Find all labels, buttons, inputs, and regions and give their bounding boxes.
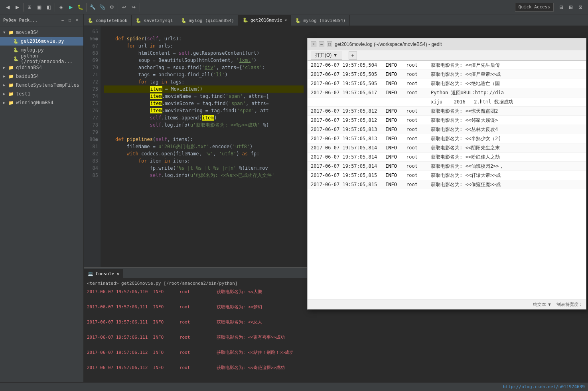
log-user: root	[406, 171, 426, 179]
toolbar-btn-5[interactable]: ◧	[44, 3, 53, 12]
tree-item-python[interactable]: 🐍 python (/root/anaconda...	[0, 54, 83, 63]
tab-label: completeBook	[96, 18, 127, 23]
line-numbers: 65 66● 67 68 69 70 71 72 73 74 75 76 77 …	[84, 26, 101, 267]
code-content[interactable]: def spider(self, urls): for url in urls:…	[101, 26, 307, 267]
log-row-7: 2017-06-07 19:57:05,812 INFO root 获取电影名为…	[308, 116, 586, 125]
log-level: INFO	[385, 107, 401, 115]
tab-get2016movie[interactable]: 🐍 get2016movie ×	[239, 15, 292, 26]
console-content[interactable]: <terminated> get2016movie.py [/root/anac…	[84, 278, 307, 391]
code-pane: 65 66● 67 68 69 70 71 72 73 74 75 76 77 …	[84, 26, 307, 391]
log-maximize-btn[interactable]: □	[327, 42, 332, 47]
code-line-79	[104, 129, 304, 136]
toolbar-btn-1[interactable]: ◀	[3, 3, 12, 12]
toolbar-group-6: ⊟ ⊞ ⊠	[555, 3, 586, 12]
log-level: INFO	[385, 135, 401, 143]
tab-completebook[interactable]: 🐍 completeBook	[84, 15, 132, 26]
code-line-73: item = MovieItem()	[104, 85, 304, 93]
log-user: root	[406, 107, 426, 115]
log-row-14: 2017-06-07 19:57:05,815 INFO root 获取电影名为…	[308, 180, 586, 189]
log-user: root	[406, 89, 426, 97]
tab-savet2mysql[interactable]: 🐍 savet2mysql	[132, 15, 177, 26]
log-close-btn[interactable]: ×	[311, 42, 316, 47]
log-msg: 获取电影名为: <<僵尸皇帝>>成	[431, 70, 583, 78]
toolbar-btn-10[interactable]: ↩	[120, 3, 128, 12]
log-msg: 获取电影名为: <<阴阳先生之末	[431, 144, 583, 152]
log-row-3: 2017-06-07 19:57:05,505 INFO root 获取电影名为…	[308, 79, 586, 88]
console-line-6	[87, 326, 304, 333]
console-tab[interactable]: 💻 Console ×	[84, 269, 123, 278]
toolbar-btn-4[interactable]: ▣	[35, 3, 43, 12]
sidebar-maximize-btn[interactable]: □	[67, 17, 73, 24]
code-line-82: with codecs.open(fileName, 'w', 'utf8') …	[104, 150, 304, 157]
tab-icon: 🐍	[181, 18, 187, 23]
console-line-3: 2017-06-07 19:57:06,111 INFO root 获取电影名为…	[87, 303, 304, 311]
log-msg: 获取电影名为: <<绝地逃亡（国	[431, 79, 583, 87]
code-editor[interactable]: 65 66● 67 68 69 70 71 72 73 74 75 76 77 …	[84, 26, 307, 267]
toolbar-btn-2[interactable]: ▶	[13, 3, 22, 12]
tree-item-winning[interactable]: ▶ 📁 winningNumBS4	[0, 98, 83, 107]
code-line-66: def spider(self, urls):	[104, 35, 304, 42]
sidebar-close-btn[interactable]: ×	[74, 17, 80, 24]
log-msg: 获取电影名为: <<半熟少女（2(	[431, 135, 583, 143]
log-row-9: 2017-06-07 19:57:05,813 INFO root 获取电影名为…	[308, 134, 586, 143]
toolbar-btn-7[interactable]: 🔧	[88, 3, 97, 12]
toolbar-btn-12[interactable]: ⊟	[557, 3, 566, 12]
toolbar-btn-9[interactable]: ⚙	[107, 3, 116, 12]
code-line-81: fileName = u'2016热门电影.txt'.encode('utf8'…	[104, 143, 304, 150]
tree-item-label: winningNumBS4	[16, 100, 53, 105]
toolbar-group-3: ◈ ▶ 🐛	[55, 3, 87, 12]
log-open-btn[interactable]: 打开(O) ▼	[311, 51, 342, 60]
log-level: INFO	[385, 162, 401, 170]
log-timestamp: 2017-06-07 19:57:05,814	[311, 162, 381, 170]
tree-item-remote[interactable]: ▶ 📁 RemoteSystemsTempFiles	[0, 81, 83, 89]
tree-item-test1[interactable]: ▶ 📁 test1	[0, 89, 83, 98]
tab-close-btn[interactable]: ×	[284, 18, 287, 22]
code-line-74: item.movieName = tag.find('span', attrs=…	[104, 93, 304, 100]
tree-item-label: baiduBS4	[16, 73, 39, 79]
sidebar-tree: ▼ 📁 movieBS4 🐍 get2016movie.py 🐍 mylog.p…	[0, 26, 83, 391]
toolbar-btn-13[interactable]: ⊞	[566, 3, 575, 12]
console-line-10	[87, 356, 304, 364]
log-timestamp: 2017-06-07 19:57:05,813	[311, 135, 381, 143]
tree-item-baiduBS4[interactable]: ▶ 📁 baiduBS4	[0, 72, 83, 81]
log-new-tab-btn[interactable]: +	[349, 52, 357, 60]
run-btn[interactable]: ▶	[66, 3, 75, 12]
console-line-11: 2017-06-07 19:57:06,112 INFO root 获取电影名为…	[87, 364, 304, 371]
code-line-68: htmlContent = self.getResponseContent(ur…	[104, 50, 304, 57]
editor-tab-bar: 🐍 completeBook 🐍 savet2mysql 🐍 mylog (qi…	[84, 14, 588, 26]
log-timestamp: 2017-06-07 19:57:05,815	[311, 171, 381, 179]
tab-mylog-qidian[interactable]: 🐍 mylog (qidianBS4)	[177, 15, 239, 26]
code-line-85: self.log.info(u'电影名为: <<%s>>已成功存入文件'	[104, 172, 304, 179]
log-msg: 获取电影名为: <<惊天魔盗团2	[431, 107, 583, 115]
log-row-13: 2017-06-07 19:57:05,815 INFO root 获取电影名为…	[308, 171, 586, 180]
log-row-1: 2017-06-07 19:57:05,504 INFO root 获取电影名为…	[308, 61, 586, 70]
sidebar-controls: – □ ×	[59, 17, 80, 24]
status-url: http://blog.csdn.net/u011974639	[503, 384, 585, 389]
log-user: root	[406, 162, 426, 170]
log-user: root	[406, 61, 426, 69]
console-line-8	[87, 341, 304, 349]
quick-access-btn[interactable]: Quick Access	[515, 3, 554, 12]
toolbar-btn-11[interactable]: ↪	[129, 3, 138, 12]
tab-icon: 🐍	[295, 18, 301, 23]
log-content[interactable]: 2017-06-07 19:57:05,504 INFO root 获取电影名为…	[308, 61, 586, 300]
tree-item-movieBS4[interactable]: ▼ 📁 movieBS4	[0, 28, 83, 37]
sidebar-minimize-btn[interactable]: –	[59, 17, 66, 24]
log-minimize-btn[interactable]: –	[319, 42, 324, 47]
console-close-btn[interactable]: ×	[116, 271, 119, 276]
toolbar-btn-6[interactable]: ◈	[57, 3, 65, 12]
log-level: INFO	[385, 181, 401, 189]
tree-item-get2016movie[interactable]: 🐍 get2016movie.py	[0, 37, 83, 46]
toolbar-btn-14[interactable]: ⊠	[576, 3, 585, 12]
log-user	[406, 98, 426, 106]
toolbar-group-5: ↩ ↪	[118, 3, 140, 12]
debug-btn[interactable]: 🐛	[76, 3, 85, 12]
code-line-78: self.log.info(u'获取电影名为: <<%s>>成功' %(	[104, 121, 304, 129]
tree-item-qidianBS4[interactable]: ▶ 📁 qidianBS4	[0, 63, 83, 72]
tree-item-label: get2016movie.py	[21, 38, 64, 44]
toolbar-btn-8[interactable]: 📎	[98, 3, 107, 12]
toolbar-btn-3[interactable]: ⊞	[25, 3, 34, 12]
tab-mylog-movie[interactable]: 🐍 mylog (movieBS4)	[291, 15, 350, 26]
log-msg: 获取电影名为: <<粉红佳人之劫	[431, 153, 583, 161]
log-user: root	[406, 144, 426, 152]
